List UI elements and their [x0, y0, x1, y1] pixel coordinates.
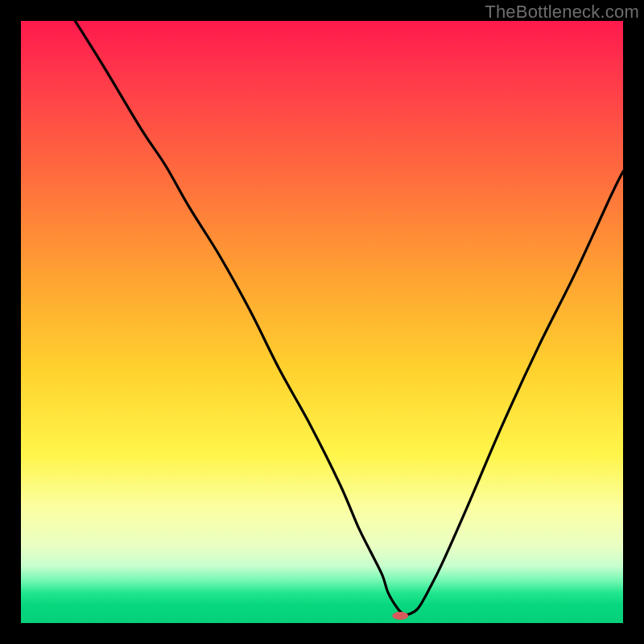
curve-layer	[21, 21, 623, 623]
highlight-point	[392, 612, 408, 620]
watermark-text: TheBottleneck.com	[485, 2, 639, 23]
bottleneck-curve	[75, 21, 623, 615]
plot-area	[21, 21, 623, 623]
chart-stage: TheBottleneck.com	[0, 0, 644, 644]
